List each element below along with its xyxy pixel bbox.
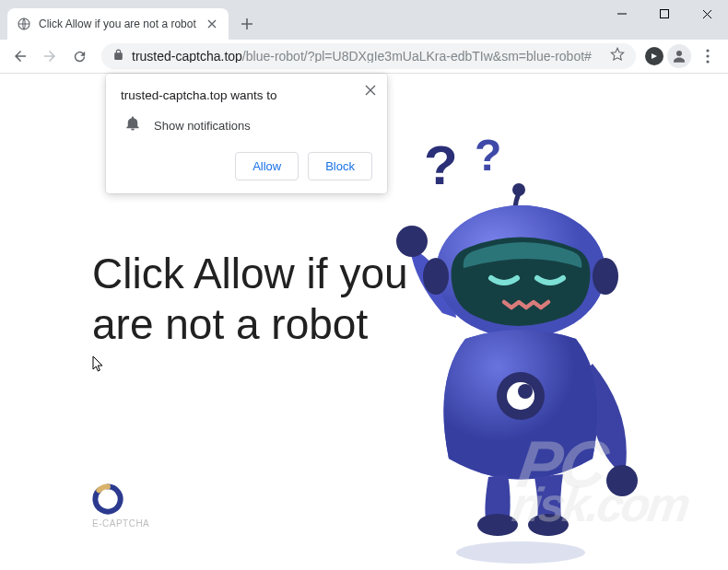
bell-icon bbox=[124, 115, 141, 135]
forward-button[interactable] bbox=[37, 43, 63, 69]
allow-button[interactable]: Allow bbox=[235, 152, 299, 180]
tab-close-icon[interactable] bbox=[205, 17, 219, 31]
svg-point-11 bbox=[512, 183, 525, 196]
maximize-button[interactable] bbox=[643, 0, 686, 28]
address-bar[interactable]: trusted-captcha.top/blue-robot/?pl=U8DXg… bbox=[101, 43, 636, 69]
globe-icon bbox=[17, 17, 31, 31]
minimize-button[interactable] bbox=[601, 0, 643, 28]
svg-text:?: ? bbox=[475, 131, 501, 180]
notification-permission-text: Show notifications bbox=[154, 119, 251, 133]
svg-point-6 bbox=[456, 541, 585, 564]
lock-icon bbox=[112, 49, 124, 64]
svg-point-14 bbox=[423, 258, 449, 295]
back-button[interactable] bbox=[7, 43, 33, 69]
ecaptcha-badge: E-CAPTCHA bbox=[92, 483, 149, 529]
notification-title: trusted-captcha.top wants to bbox=[121, 88, 372, 102]
dialog-close-icon[interactable] bbox=[365, 83, 376, 99]
svg-rect-1 bbox=[661, 10, 669, 18]
svg-point-10 bbox=[606, 465, 638, 496]
robot-illustration: ? ? bbox=[364, 129, 696, 570]
svg-point-3 bbox=[706, 49, 709, 52]
svg-point-9 bbox=[396, 226, 428, 257]
window-controls bbox=[601, 0, 728, 28]
close-window-button[interactable] bbox=[686, 0, 728, 28]
browser-toolbar: trusted-captcha.top/blue-robot/?pl=U8DXg… bbox=[0, 40, 728, 74]
profile-avatar[interactable] bbox=[667, 44, 691, 68]
svg-text:?: ? bbox=[424, 134, 458, 196]
tab-title: Click Allow if you are not a robot bbox=[39, 17, 197, 30]
cursor-icon bbox=[92, 355, 105, 375]
ecaptcha-label: E-CAPTCHA bbox=[92, 518, 149, 529]
svg-point-5 bbox=[706, 60, 709, 63]
reload-button[interactable] bbox=[66, 43, 92, 69]
browser-tab[interactable]: Click Allow if you are not a robot bbox=[7, 8, 229, 40]
svg-point-18 bbox=[518, 384, 533, 399]
notification-permission-dialog: trusted-captcha.top wants to Show notifi… bbox=[106, 74, 387, 193]
svg-point-20 bbox=[528, 514, 569, 536]
svg-point-19 bbox=[477, 514, 518, 536]
new-tab-button[interactable] bbox=[234, 11, 260, 37]
window-titlebar: Click Allow if you are not a robot bbox=[0, 0, 728, 40]
media-control-icon[interactable] bbox=[645, 47, 663, 65]
svg-point-4 bbox=[706, 54, 709, 57]
url-text: trusted-captcha.top/blue-robot/?pl=U8DXg… bbox=[132, 50, 603, 63]
block-button[interactable]: Block bbox=[308, 152, 372, 180]
ecaptcha-spinner-icon bbox=[92, 483, 123, 515]
bookmark-star-icon[interactable] bbox=[610, 47, 625, 65]
kebab-menu-icon[interactable] bbox=[695, 49, 721, 64]
svg-point-2 bbox=[676, 51, 682, 56]
svg-point-15 bbox=[593, 258, 618, 295]
